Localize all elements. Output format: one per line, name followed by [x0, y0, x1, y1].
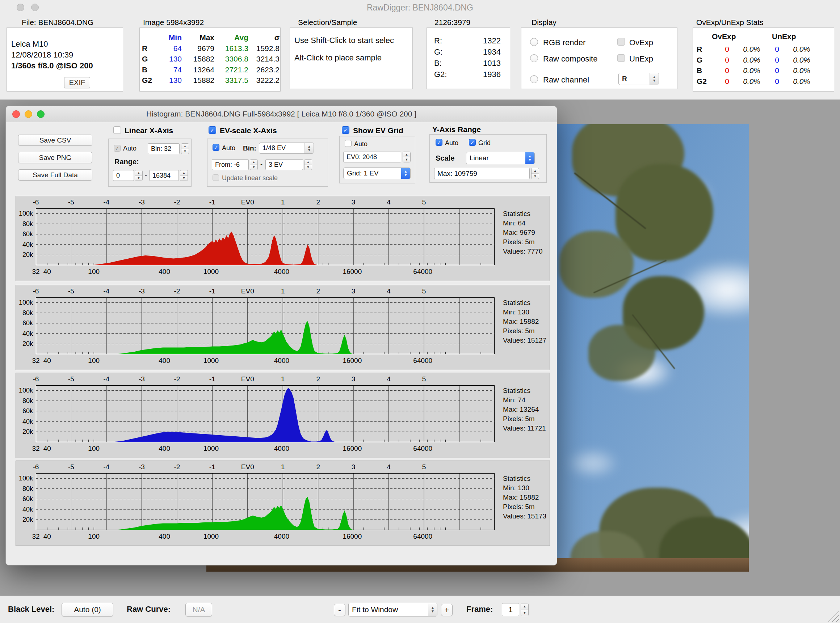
ev-scale-label: EV-scale X-Axis [220, 126, 277, 135]
range-min-stepper[interactable]: ▲▼ [135, 170, 143, 181]
axis-tick-label: -4 [103, 375, 109, 383]
axis-tick-label: 40 [43, 445, 51, 453]
raw-channel-radio[interactable] [530, 75, 538, 83]
sample-value: 1322 [457, 35, 501, 46]
stats-title: Statistics [503, 298, 546, 307]
axis-tick-label: 40k [16, 330, 33, 338]
axis-tick-label: 1000 [203, 445, 219, 453]
axis-tick-label: 60k [16, 407, 33, 415]
zoom-icon[interactable] [37, 110, 45, 118]
exif-button[interactable]: EXIF [64, 77, 90, 88]
window-close-icon[interactable] [17, 4, 24, 11]
sample-channel: G2: [434, 69, 457, 80]
sample-channel: R: [434, 35, 457, 46]
ovexp-col-header: OvExp [712, 32, 736, 41]
axis-tick-label: -6 [33, 463, 39, 471]
ovexp-checkbox[interactable] [617, 38, 625, 46]
linear-bin-field[interactable]: Bin: 32 [148, 143, 180, 154]
tree-foliage [559, 231, 634, 298]
stats-values: Values: 11721 [503, 424, 546, 433]
axis-tick-label: 2 [316, 375, 320, 383]
app-titlebar: RawDigger: BENJ8604.DNG [0, 0, 840, 15]
zoom-out-button[interactable]: - [334, 604, 345, 616]
ovexp-count: 0 [712, 76, 729, 87]
axis-tick-label: 3 [352, 198, 355, 206]
ev-to-stepper[interactable]: ▲▼ [304, 159, 312, 170]
ev0-field[interactable]: EV0: 2048 [343, 152, 401, 163]
ev-scale-checkbox[interactable] [209, 126, 216, 134]
close-icon[interactable] [12, 110, 20, 118]
ev-range-dash: - [260, 161, 263, 168]
axis-tick-label: 400 [158, 445, 170, 453]
ev0-stepper[interactable]: ▲▼ [403, 152, 411, 163]
axis-tick-label: 80k [16, 220, 33, 228]
frame-field[interactable]: 1 [502, 603, 519, 616]
channel-select-dropdown[interactable]: R ▲▼ [618, 73, 659, 85]
grid-step-dropdown[interactable]: Grid: 1 EV ▲▼ [343, 167, 411, 179]
axis-tick-label: -6 [33, 375, 39, 383]
show-ev-grid-checkbox[interactable] [342, 126, 349, 134]
axis-tick-label: 40 [43, 268, 51, 276]
save-png-button[interactable]: Save PNG [18, 152, 92, 163]
rgb-render-radio[interactable] [530, 38, 538, 46]
ev-from-stepper[interactable]: ▲▼ [250, 159, 258, 170]
scale-dropdown[interactable]: Linear ▲▼ [466, 152, 535, 164]
frame-stepper[interactable]: ▲▼ [521, 603, 529, 616]
ev-auto-checkbox[interactable] [212, 144, 219, 151]
save-csv-button[interactable]: Save CSV [18, 135, 92, 146]
save-full-data-button[interactable]: Save Full Data [18, 169, 92, 181]
y-grid-checkbox[interactable] [469, 139, 476, 146]
range-min-field[interactable]: 0 [113, 170, 134, 181]
window-minimize-icon[interactable] [31, 4, 39, 11]
black-level-button[interactable]: Auto (0) [62, 603, 113, 617]
axis-tick-label: 20k [16, 251, 33, 259]
cell-sigma: 2623.2 [248, 64, 280, 75]
axis-tick-label: 64000 [413, 357, 432, 365]
zoom-in-button[interactable]: + [441, 604, 452, 616]
axis-tick-label: 1 [281, 375, 285, 383]
axis-tick-label: 100 [88, 357, 100, 365]
ev-bin-dropdown[interactable]: 1/48 EV ▲▼ [259, 143, 314, 154]
file-section-label: File: BENJ8604.DNG [22, 18, 94, 27]
histogram-panel-green2: -6-5-4-3-2-1EV012345 100k80k60k40k20k 32… [15, 460, 550, 546]
linear-bin-stepper[interactable]: ▲▼ [181, 143, 189, 154]
cell-avg: 3317.5 [214, 75, 248, 86]
y-auto-checkbox[interactable] [435, 139, 442, 146]
linear-auto-checkbox[interactable] [114, 145, 121, 152]
axis-tick-label: 80k [16, 309, 33, 317]
minimize-icon[interactable] [25, 110, 32, 118]
linear-x-axis-checkbox[interactable] [113, 126, 121, 134]
histogram-window-titlebar[interactable]: Histogram: BENJ8604.DNG Full-5984x3992 [… [6, 106, 557, 122]
ev-scale-panel: Auto Bin: 1/48 EV ▲▼ From: -6 ▲▼ - 3 EV … [207, 138, 328, 187]
ev-from-field[interactable]: From: -6 [212, 159, 249, 170]
y-max-field[interactable]: Max: 109759 [434, 168, 530, 179]
col-header-max: Max [182, 32, 214, 43]
linear-x-axis-label: Linear X-Axis [125, 126, 173, 135]
range-max-field[interactable]: 16384 [149, 170, 179, 181]
stats-pixels: Pixels: 5m [503, 237, 543, 247]
axis-tick-label: 4 [387, 375, 391, 383]
update-linear-checkbox[interactable] [212, 174, 219, 181]
ev-to-field[interactable]: 3 EV [265, 159, 303, 170]
axis-tick-label: -1 [209, 463, 215, 471]
ev-grid-auto-checkbox[interactable] [345, 140, 352, 147]
axis-tick-label: 100k [16, 387, 33, 394]
ovexp-count: 0 [712, 55, 729, 66]
histogram-panel-blue: -6-5-4-3-2-1EV012345 100k80k60k40k20k 32… [15, 373, 550, 458]
range-max-stepper[interactable]: ▲▼ [180, 170, 188, 181]
axis-tick-label: 400 [158, 532, 170, 540]
raw-composite-radio[interactable] [530, 54, 538, 62]
tree-foliage [615, 164, 713, 262]
resize-grip[interactable] [828, 611, 839, 622]
unexp-count: 0 [760, 44, 779, 55]
exposure-info: 1/360s f/8.0 @ISO 200 [11, 60, 123, 71]
unexp-count: 0 [760, 76, 779, 87]
unexp-checkbox[interactable] [617, 54, 625, 62]
axis-tick-label: 5 [422, 287, 426, 295]
y-max-stepper[interactable]: ▲▼ [531, 168, 539, 179]
raw-curve-button[interactable]: N/A [185, 603, 212, 617]
linear-auto-label: Auto [123, 145, 137, 152]
zoom-mode-dropdown[interactable]: Fit to Window ▲▼ [348, 603, 437, 617]
stats-min: Min: 64 [503, 218, 543, 228]
axis-tick-label: 100k [16, 299, 33, 307]
